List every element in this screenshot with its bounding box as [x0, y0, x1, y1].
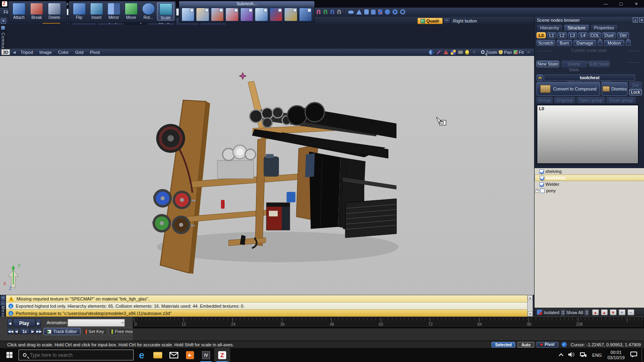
submesh-tool-9-icon[interactable] [299, 8, 312, 21]
viewport-menu-pivot[interactable]: Pivot [87, 50, 103, 55]
submesh-tool-7-icon[interactable] [270, 8, 283, 21]
shading-mode-icon[interactable] [429, 50, 434, 55]
primitive-skeleton-icon[interactable] [378, 9, 382, 14]
primitive-cylinder-icon[interactable] [364, 9, 369, 14]
go-end-button[interactable]: ▶ [36, 319, 41, 327]
lod-dust-button[interactable]: Dust [602, 32, 616, 38]
del-button[interactable]: Del [629, 82, 642, 88]
scene-browser-header[interactable]: Scene nodes browser ⊥ ✕ [535, 16, 644, 23]
primitive-tube-icon[interactable] [400, 9, 405, 14]
lod-l0-button[interactable]: L0 [537, 32, 546, 38]
search-input[interactable] [30, 352, 118, 358]
minimize-button[interactable]: — [598, 2, 613, 6]
attach-tool-button[interactable]: Attach [10, 2, 28, 20]
lod-l3-button[interactable]: L3 [568, 32, 577, 38]
damage-dropdown[interactable] [598, 40, 603, 46]
damage-button[interactable]: Damage [574, 40, 596, 46]
lod-state-list[interactable]: L0 [537, 105, 639, 164]
show-desktop-button[interactable] [642, 348, 644, 362]
camera-icon[interactable] [458, 51, 463, 54]
right-button-selector[interactable]: Quadr [417, 18, 442, 24]
submesh-tool-3-icon[interactable] [211, 8, 224, 21]
pivot-mode-button[interactable]: Pivot [537, 342, 558, 348]
auto-mode-button[interactable]: Auto [518, 342, 534, 348]
submesh-tool-2-icon[interactable] [196, 8, 209, 21]
volume-icon[interactable] [568, 352, 574, 358]
tab-hierarchy[interactable]: Hierarchy [536, 24, 563, 31]
submesh-tool-8-icon[interactable] [284, 8, 297, 21]
node-row-welder[interactable]: Welder [535, 181, 644, 187]
track-editor-button[interactable]: ▶ Track Editor [43, 328, 80, 335]
fit-button[interactable]: Fit [514, 50, 524, 55]
viewport-menu-grid[interactable]: Grid [72, 50, 87, 55]
toolchest-checkbox[interactable] [540, 176, 544, 180]
animation-select[interactable] [68, 319, 125, 327]
close-panel-button[interactable]: ✕ [639, 17, 644, 23]
isolated-spinner[interactable] [561, 310, 565, 315]
burn-button[interactable]: Burn [557, 40, 572, 46]
ungroup-button[interactable]: Ungroup [554, 97, 575, 103]
network-icon[interactable] [580, 352, 586, 358]
viewport-menu-color[interactable]: Color [55, 50, 72, 55]
message-autosave-row[interactable]: i Performing autosave to "c:\users\our\d… [6, 310, 527, 317]
edge-app-icon[interactable]: e [134, 348, 150, 362]
language-indicator[interactable]: ENG [592, 353, 602, 358]
action-center-icon[interactable] [630, 352, 637, 358]
delete-tool-button[interactable]: Delete [45, 2, 63, 20]
scroll-top-button[interactable]: ▲ [592, 309, 599, 315]
start-button[interactable] [0, 348, 19, 362]
maximize-button[interactable]: ▢ [613, 2, 629, 6]
messages-panel-strip[interactable]: ✕ ⊥ Mess [0, 295, 6, 317]
convert-to-compound-button[interactable]: Convert to Compound [537, 82, 600, 96]
viewport-3d[interactable]: Y X Z [0, 56, 534, 295]
node-row-toolchest[interactable]: toolchest [535, 175, 644, 181]
speed-rewind-button[interactable]: ◀◀ [7, 328, 13, 334]
lod-col-button[interactable]: COL [589, 32, 601, 38]
commit-check-icon[interactable]: ✓ [561, 342, 567, 347]
messages-scrollbar[interactable]: ▲ ▼ [527, 295, 533, 317]
collapse-arrow-icon[interactable]: ◀ [13, 50, 16, 54]
insert-tool-button[interactable]: Insert [88, 2, 105, 20]
texture-icon[interactable] [451, 50, 456, 55]
timeline-track-lane[interactable] [133, 328, 644, 341]
shelving-checkbox[interactable] [539, 169, 544, 174]
flip-tool-button[interactable]: Flip [70, 2, 88, 20]
pin-icon[interactable]: ⊥ [633, 17, 638, 23]
speed-value[interactable]: 1x [19, 328, 30, 334]
move-up-button[interactable]: ▲ [601, 309, 608, 315]
node-row-shelving[interactable]: shelving [535, 168, 644, 175]
motion-dropdown[interactable] [626, 40, 631, 46]
move-tool-button[interactable]: Move [122, 2, 140, 20]
edit-state-button[interactable]: Edit State [589, 61, 610, 67]
lod-dirt-button[interactable]: Dirt [617, 32, 629, 38]
pony-expander-icon[interactable] [535, 189, 539, 193]
break-tool-button[interactable]: Break [28, 2, 45, 20]
welder-checkbox[interactable] [539, 182, 544, 187]
go-start-button[interactable]: ◀ [7, 319, 12, 327]
tab-structure[interactable]: Structure [564, 24, 590, 31]
scroll-down-icon[interactable]: ▼ [528, 311, 533, 316]
snap-off-icon[interactable] [337, 10, 341, 14]
tray-expand-icon[interactable] [559, 353, 564, 358]
viewport-menu-tripod[interactable]: Tripod [17, 50, 36, 55]
lock-node-icon[interactable] [537, 74, 543, 81]
message-warning-row[interactable]: Missing requried texture in "SPECMAP" on… [6, 295, 527, 302]
message-info-row[interactable]: i Exported highest lod only. Hierarchy e… [6, 302, 527, 310]
close-group-button[interactable]: Close group [607, 97, 636, 103]
lighting-icon[interactable] [465, 50, 469, 55]
primitive-cone-icon[interactable] [356, 9, 362, 14]
right-button-dropdown[interactable] [443, 17, 450, 24]
set-key-button[interactable]: Set Key [82, 328, 107, 335]
show-all-label[interactable]: Show All [566, 310, 583, 315]
primitive-sphere-icon[interactable] [385, 9, 390, 14]
iv-app-icon[interactable]: IV [198, 348, 214, 362]
scratch-button[interactable]: Scratch [537, 40, 555, 46]
selected-mode-button[interactable]: Selected [491, 342, 515, 348]
submesh-tool-6-icon[interactable] [255, 8, 268, 21]
delete-state-button[interactable]: Delete State [561, 61, 586, 67]
lod-l1-button[interactable]: L1 [547, 32, 556, 38]
mirror-tool-button[interactable]: Mirror [105, 2, 122, 20]
movies-tv-app-icon[interactable]: ▶ [182, 348, 198, 362]
node-row-pony[interactable]: pony [535, 187, 644, 194]
expand-all-button[interactable]: + [619, 309, 625, 315]
